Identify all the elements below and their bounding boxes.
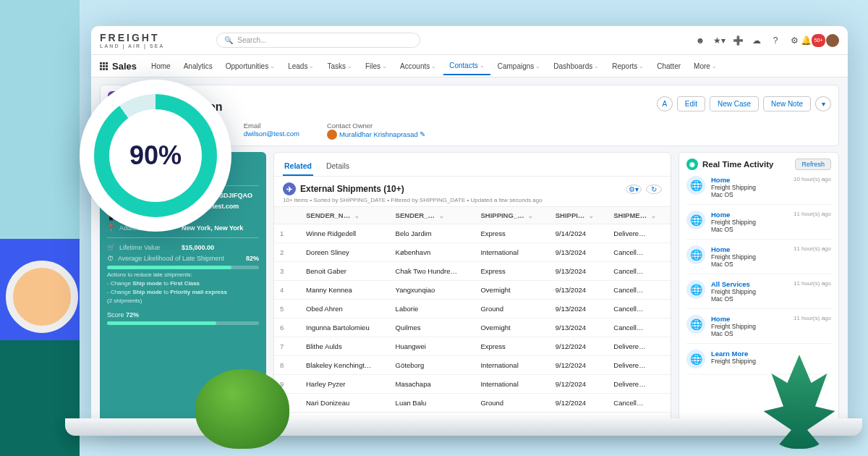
gear-icon[interactable]: ⚙ [788,35,800,46]
nav-more[interactable]: More ⌄ [688,57,723,75]
edit-button[interactable]: Edit [677,96,705,111]
star-icon[interactable]: ★▾ [713,35,725,46]
activity-item[interactable]: 🌐HomeFreight ShippingMac OS11 hour(s) ag… [686,309,831,344]
bush-decoration [195,369,289,449]
new-case-button[interactable]: New Case [710,96,759,111]
email-link[interactable]: dwilson@test.com [244,130,299,138]
decorative-left [0,0,80,456]
related-panel: Related Details ✈External Shipments (10+… [273,152,671,422]
nav-home[interactable]: Home [145,57,176,75]
global-search[interactable]: 🔍 Search... [216,33,420,48]
nav-opportunities[interactable]: Opportunities ⌄ [220,57,281,75]
table-row[interactable]: 9Harley PyzerMasachapaInternational9/12/… [274,375,671,394]
bell-icon[interactable]: 🔔50+ [807,35,819,46]
activity-item[interactable]: 🌐HomeFreight ShippingMac OS10 hour(s) ag… [686,170,831,205]
topbar: FREIGHTLAND | AIR | SEA 🔍 Search... ☻ ★▾… [91,26,848,55]
smile-icon[interactable]: ☻ [694,35,706,46]
app-window: FREIGHTLAND | AIR | SEA 🔍 Search... ☻ ★▾… [91,26,848,427]
header-tools: ☻ ★▾ ➕ ☁ ? ⚙ 🔔50+ [694,34,839,47]
nav-analytics[interactable]: Analytics [178,57,218,75]
new-note-button[interactable]: New Note [763,96,811,111]
progress-value: 90% [109,109,202,202]
nav-accounts[interactable]: Accounts ⌄ [394,57,442,75]
nav-dashboards[interactable]: Dashboards ⌄ [548,57,605,75]
activity-item[interactable]: 🌐HomeFreight ShippingMac OS11 hour(s) ag… [686,205,831,240]
owner-link[interactable]: Muralidhar Krishnaprasad ✎ [327,130,425,138]
nav-files[interactable]: Files ⌄ [359,57,393,75]
globe-icon: 🌐 [686,245,705,264]
col-header[interactable]: SENDER_N… ⌄ [300,207,390,224]
nav-leads[interactable]: Leads ⌄ [282,57,320,75]
table-row[interactable]: 5Obed AhrenLaborieGround9/13/2024Cancell… [274,300,671,318]
table-row[interactable]: 6Ingunna BartolomieuQuilmesOvernight9/13… [274,318,671,337]
globe-icon: 🌐 [686,350,705,368]
activity-icon: ◉ [686,159,698,170]
progress-ring: 90% [80,80,231,232]
list-meta: 10+ items • Sorted by SHIPPING_DATE • Fi… [283,197,662,203]
col-header[interactable]: SHIPPI… ⌄ [550,207,608,224]
brand-logo: FREIGHTLAND | AIR | SEA [100,32,164,48]
activity-refresh-button[interactable]: Refresh [795,159,831,170]
search-icon: 🔍 [224,36,233,44]
col-header[interactable]: SHIPME… ⌄ [608,207,671,224]
list-title: External Shipments (10+) [300,184,404,194]
app-nav: Sales HomeAnalyticsOpportunities ⌄Leads … [91,55,848,77]
nav-chatter[interactable]: Chatter [651,57,686,75]
nav-contacts[interactable]: Contacts ⌄ [443,57,490,75]
tab-related[interactable]: Related [283,157,313,176]
activity-item[interactable]: 🌐Learn MoreFreight Shipping [686,344,831,375]
activity-item[interactable]: 🌐HomeFreight ShippingMac OS11 hour(s) ag… [686,240,831,274]
nav-reports[interactable]: Reports ⌄ [606,57,650,75]
nav-tasks[interactable]: Tasks ⌄ [321,57,358,75]
list-settings-button[interactable]: ⚙▾ [626,185,642,194]
globe-icon: 🌐 [686,211,705,229]
shipments-table: SENDER_N… ⌄SENDER_… ⌄SHIPPING_… ⌄SHIPPI…… [274,206,671,413]
table-row[interactable]: 7Blithe AuldsHuangweiExpress9/12/2024Del… [274,337,671,356]
search-placeholder: Search... [237,36,266,44]
einstein-avatar [6,261,78,333]
cloud-icon[interactable]: ☁ [751,35,762,46]
laptop-base [65,418,862,436]
table-row[interactable]: 4Manny KenneaYangxunqiaoOvernight9/13/20… [274,281,671,300]
shipments-icon: ✈ [283,182,296,195]
plus-icon[interactable]: ➕ [732,35,744,46]
help-icon[interactable]: ? [770,35,781,46]
list-refresh-button[interactable]: ↻ [646,185,662,194]
nav-campaigns[interactable]: Campaigns ⌄ [492,57,547,75]
col-header[interactable]: SHIPPING_… ⌄ [475,207,549,224]
ai-button[interactable]: A [657,96,673,111]
tab-details[interactable]: Details [325,157,351,176]
globe-icon: 🌐 [686,280,705,299]
table-row[interactable]: 2Doreen SlineyKøbenhavnInternational9/13… [274,243,671,262]
globe-icon: 🌐 [686,176,705,195]
table-row[interactable]: 8Blakeley Kenchingt…GöteborgInternationa… [274,356,671,375]
more-actions-button[interactable]: ▾ [815,96,831,111]
globe-icon: 🌐 [686,315,705,334]
table-row[interactable]: 3Benoit GaberChak Two Hundre…Express9/13… [274,262,671,281]
table-row[interactable]: 1Winne RidgedellBelo JardimExpress9/14/2… [274,224,671,243]
table-row[interactable]: 10Nari DonizeauLuan BaluGround9/12/2024C… [274,394,671,413]
col-header[interactable]: SENDER_… ⌄ [390,207,475,224]
user-avatar[interactable] [826,34,839,47]
activity-item[interactable]: 🌐All ServicesFreight ShippingMac OS11 ho… [686,274,831,309]
app-launcher[interactable]: Sales [100,61,137,72]
